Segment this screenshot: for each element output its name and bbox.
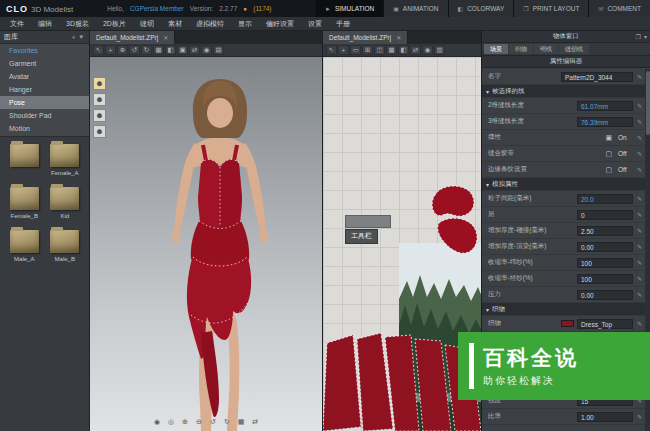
3d-canvas[interactable]: ☻ ☻ ☻ ☻ [90, 57, 322, 431]
2d-toolbar-icon[interactable]: ▭ [350, 45, 361, 55]
object-window-tab[interactable]: 织物 [509, 44, 533, 54]
mode-button[interactable]: ✉ COMMENT [588, 0, 650, 17]
mode-button[interactable]: ▣ ANIMATION [383, 0, 447, 17]
3d-bottom-icon[interactable]: ◎ [166, 417, 176, 427]
edit-icon[interactable]: ✎ [633, 413, 642, 420]
checkbox-icon[interactable]: ▢ [605, 166, 612, 174]
3d-toolbar-icon[interactable]: ⇄ [189, 45, 200, 55]
menu-item[interactable]: 3D服装 [59, 17, 96, 30]
property-value[interactable]: 100 [577, 258, 633, 268]
property-value[interactable]: 0 [577, 210, 633, 220]
avatar-toggle-button[interactable]: ☻ [93, 125, 106, 138]
2d-toolbar-icon[interactable]: ⇄ [410, 45, 421, 55]
3d-toolbar-icon[interactable]: ◉ [201, 45, 212, 55]
library-thumbnail[interactable] [6, 144, 43, 177]
library-item[interactable]: Garment [0, 57, 89, 70]
edit-icon[interactable]: ✎ [633, 291, 642, 298]
3d-bottom-icon[interactable]: ⊕ [180, 417, 190, 427]
menu-item[interactable]: 手册 [329, 17, 357, 30]
mode-button[interactable]: ◧ COLORWAY [448, 0, 514, 17]
edit-icon[interactable]: ✎ [633, 102, 642, 109]
scrollbar-thumb[interactable] [646, 71, 650, 135]
library-item[interactable]: Avatar [0, 70, 89, 83]
edit-icon[interactable]: ✎ [633, 259, 642, 266]
property-value[interactable]: Pattern2D_3044 [561, 72, 633, 82]
2d-toolbar-icon[interactable]: ↖ [326, 45, 337, 55]
menu-item[interactable]: 编辑 [31, 17, 59, 30]
library-thumbnail[interactable]: Male_A [6, 230, 43, 263]
edit-icon[interactable]: ✎ [633, 73, 642, 80]
2d-toolbar-icon[interactable]: ▥ [434, 45, 445, 55]
property-value[interactable]: Off [615, 149, 633, 159]
3d-toolbar-icon[interactable]: ▤ [213, 45, 224, 55]
edit-icon[interactable]: ✎ [633, 320, 642, 327]
2d-view-tab[interactable]: Default_Modelist.ZPrj ✕ [323, 31, 408, 44]
floating-toolbar-handle[interactable] [345, 215, 391, 228]
2d-toolbar-icon[interactable]: ◫ [374, 45, 385, 55]
library-add-icon[interactable]: + [69, 34, 77, 41]
avatar-toggle-button[interactable]: ☻ [93, 93, 106, 106]
edit-icon[interactable]: ✎ [633, 195, 642, 202]
edit-icon[interactable]: ✎ [633, 227, 642, 234]
3d-view-tab[interactable]: Default_Modelist.ZPrj ✕ [90, 31, 175, 44]
2d-toolbar-icon[interactable]: ◉ [422, 45, 433, 55]
library-thumbnail[interactable]: Male_B [47, 230, 84, 263]
3d-toolbar-icon[interactable]: + [105, 45, 116, 55]
edit-icon[interactable]: ✎ [633, 243, 642, 250]
menu-item[interactable]: 显示 [231, 17, 259, 30]
close-icon[interactable]: ✕ [396, 34, 401, 41]
library-thumbnail[interactable]: Kid [47, 187, 84, 220]
3d-bottom-icon[interactable]: ◉ [152, 417, 162, 427]
object-window-tab[interactable]: 明线 [534, 44, 558, 54]
avatar-toggle-button[interactable]: ☻ [93, 109, 106, 122]
section-caret-icon[interactable]: ▾ [486, 88, 489, 95]
3d-bottom-icon[interactable]: ⊖ [194, 417, 204, 427]
dock-menu-icon[interactable]: ▾ [644, 33, 647, 40]
mode-button[interactable]: ► SIMULATION [315, 0, 383, 17]
property-value[interactable]: 20.0 [577, 194, 633, 204]
property-value[interactable]: 76.39mm [577, 117, 633, 127]
property-value[interactable]: 100 [577, 274, 633, 284]
3d-toolbar-icon[interactable]: ↖ [93, 45, 104, 55]
3d-bottom-icon[interactable]: ▦ [236, 417, 246, 427]
menu-item[interactable]: 虚拟模特 [189, 17, 231, 30]
library-item[interactable]: Motion [0, 122, 89, 135]
3d-bottom-icon[interactable]: ↻ [222, 417, 232, 427]
menu-item[interactable]: 2D板片 [96, 17, 133, 30]
property-value[interactable]: Off [615, 165, 633, 175]
edit-icon[interactable]: ✎ [633, 275, 642, 282]
edit-icon[interactable]: ✎ [633, 211, 642, 218]
checkbox-icon[interactable]: ▢ [605, 150, 612, 158]
dock-float-icon[interactable]: ❐ [636, 33, 641, 40]
menu-item[interactable]: 素材 [161, 17, 189, 30]
section-caret-icon[interactable]: ▾ [486, 306, 489, 313]
mode-button[interactable]: ❐ PRINT LAYOUT [513, 0, 588, 17]
2d-toolbar-icon[interactable]: ◧ [398, 45, 409, 55]
property-value[interactable]: Dress_Top [577, 319, 633, 329]
property-value[interactable]: 0.00 [577, 290, 633, 300]
object-window-tab[interactable]: 缝纫线 [559, 44, 589, 54]
property-value[interactable]: 0.00 [577, 242, 633, 252]
2d-toolbar-icon[interactable]: ⊞ [362, 45, 373, 55]
library-item[interactable]: Favorites [0, 44, 89, 57]
close-icon[interactable]: ✕ [163, 34, 168, 41]
edit-icon[interactable]: ✎ [633, 150, 642, 157]
section-caret-icon[interactable]: ▾ [486, 181, 489, 188]
library-thumbnail[interactable]: Female_A [47, 144, 84, 177]
menu-item[interactable]: 设置 [301, 17, 329, 30]
library-thumbnail[interactable]: Female_B [6, 187, 43, 220]
avatar-toggle-button[interactable]: ☻ [93, 77, 106, 90]
edit-icon[interactable]: ✎ [633, 134, 642, 141]
library-item[interactable]: Shoulder Pad [0, 109, 89, 122]
3d-bottom-icon[interactable]: ↺ [208, 417, 218, 427]
3d-toolbar-icon[interactable]: ▣ [177, 45, 188, 55]
3d-bottom-icon[interactable]: ⇄ [250, 417, 260, 427]
3d-toolbar-icon[interactable]: ◧ [165, 45, 176, 55]
2d-toolbar-icon[interactable]: ▦ [386, 45, 397, 55]
3d-toolbar-icon[interactable]: ↻ [141, 45, 152, 55]
3d-toolbar-icon[interactable]: ▦ [153, 45, 164, 55]
2d-toolbar-icon[interactable]: + [338, 45, 349, 55]
property-value[interactable]: On [615, 133, 633, 143]
checkbox-icon[interactable]: ▣ [605, 134, 612, 142]
library-menu-icon[interactable]: ▾ [77, 33, 85, 41]
